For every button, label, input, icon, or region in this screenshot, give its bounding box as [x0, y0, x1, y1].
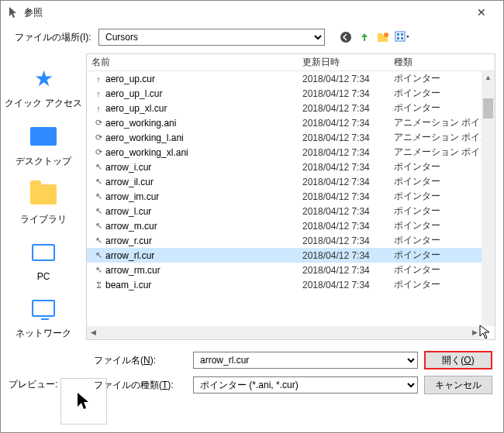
location-bar: ファイルの場所(I): Cursors: [1, 24, 503, 53]
file-icon: ↑: [91, 74, 105, 84]
svg-rect-4: [395, 32, 405, 41]
place-quick-access[interactable]: ★クイック アクセス: [5, 63, 81, 110]
file-icon: ↖: [91, 235, 105, 246]
file-list: 名前 更新日時 種類 ↑aero_up.cur2018/04/12 7:34ポイ…: [86, 53, 495, 340]
file-row[interactable]: ↑aero_up_l.cur2018/04/12 7:34ポインター: [87, 86, 495, 101]
file-row[interactable]: ⟳aero_working_xl.ani2018/04/12 7:34アニメーシ…: [87, 145, 495, 160]
file-name: arrow_r.cur: [105, 235, 302, 246]
file-type: ポインター: [394, 72, 495, 85]
file-date: 2018/04/12 7:34: [302, 235, 394, 246]
file-icon: ↖: [91, 221, 105, 231]
window-title: 参照: [24, 6, 466, 19]
file-date: 2018/04/12 7:34: [302, 88, 394, 99]
file-name: arrow_i.cur: [105, 162, 302, 173]
file-row[interactable]: ↖arrow_r.cur2018/04/12 7:34ポインター: [87, 233, 495, 248]
file-row[interactable]: Ɪbeam_i.cur2018/04/12 7:34ポインター: [87, 277, 495, 292]
col-name[interactable]: 名前: [91, 56, 302, 69]
file-name: aero_up.cur: [105, 74, 302, 84]
file-type: ポインター: [394, 263, 495, 277]
file-row[interactable]: ⟳aero_working_l.ani2018/04/12 7:34アニメーショ…: [87, 130, 495, 145]
file-icon: ↑: [91, 89, 105, 98]
file-type: ポインター: [394, 175, 495, 188]
filetype-select[interactable]: ポインター (*.ani, *.cur): [193, 376, 418, 393]
file-type: ポインター: [394, 190, 495, 203]
file-name: arrow_im.cur: [105, 191, 302, 202]
location-select[interactable]: Cursors: [98, 29, 325, 46]
place-desktop[interactable]: デスクトップ: [16, 121, 71, 168]
filename-input[interactable]: arrow_rl.cur: [193, 352, 418, 369]
col-date[interactable]: 更新日時: [302, 56, 394, 69]
file-name: arrow_l.cur: [105, 206, 302, 217]
cursor-app-icon: [7, 6, 19, 19]
file-row[interactable]: ↖arrow_im.cur2018/04/12 7:34ポインター: [87, 189, 495, 204]
file-icon: ↑: [91, 104, 105, 113]
file-row[interactable]: ↖arrow_m.cur2018/04/12 7:34ポインター: [87, 218, 495, 233]
preview-area: プレビュー:: [9, 378, 107, 424]
file-name: aero_up_xl.cur: [105, 103, 302, 114]
file-date: 2018/04/12 7:34: [302, 280, 394, 290]
filetype-label: ファイルの種類(T):: [94, 379, 187, 392]
file-name: aero_working_xl.ani: [105, 147, 302, 158]
file-row[interactable]: ↖arrow_i.cur2018/04/12 7:34ポインター: [87, 160, 495, 174]
file-date: 2018/04/12 7:34: [302, 103, 394, 114]
close-button[interactable]: ✕: [466, 6, 497, 19]
file-row[interactable]: ↑aero_up_xl.cur2018/04/12 7:34ポインター: [87, 101, 495, 115]
file-date: 2018/04/12 7:34: [302, 206, 394, 217]
file-row[interactable]: ↖arrow_rl.cur2018/04/12 7:34ポインター: [87, 248, 495, 263]
svg-rect-7: [397, 37, 399, 40]
file-type: アニメーション ポイン: [394, 146, 495, 159]
file-date: 2018/04/12 7:34: [302, 221, 394, 232]
preview-box: [60, 378, 107, 424]
svg-point-3: [384, 33, 388, 37]
file-type: ポインター: [394, 278, 495, 291]
svg-point-0: [340, 32, 351, 43]
file-icon: ↖: [91, 265, 105, 275]
filename-label: ファイル名(N):: [94, 354, 187, 367]
file-icon: ⟳: [91, 118, 105, 128]
svg-rect-6: [401, 33, 403, 36]
col-type[interactable]: 種類: [394, 56, 495, 69]
file-name: arrow_m.cur: [105, 221, 302, 232]
file-row[interactable]: ↖arrow_l.cur2018/04/12 7:34ポインター: [87, 204, 495, 218]
view-menu-icon[interactable]: [395, 30, 409, 44]
preview-label: プレビュー:: [9, 378, 57, 391]
file-type: ポインター: [394, 87, 495, 100]
up-icon[interactable]: [357, 30, 371, 44]
vertical-scrollbar[interactable]: ▲: [482, 71, 495, 326]
file-name: beam_i.cur: [105, 280, 302, 290]
file-type: ポインター: [394, 219, 495, 232]
file-icon: Ɪ: [91, 280, 105, 290]
file-icon: ↖: [91, 206, 105, 216]
new-folder-icon[interactable]: [376, 30, 390, 44]
cursor-preview-icon: [76, 392, 91, 411]
file-icon: ↖: [91, 250, 105, 260]
file-name: arrow_rm.cur: [105, 265, 302, 276]
file-date: 2018/04/12 7:34: [302, 162, 394, 173]
file-type: ポインター: [394, 249, 495, 262]
file-row[interactable]: ↑aero_up.cur2018/04/12 7:34ポインター: [87, 71, 495, 86]
back-icon[interactable]: [339, 30, 353, 44]
place-pc[interactable]: PC: [28, 237, 59, 282]
horizontal-scrollbar[interactable]: ◀▶: [87, 326, 482, 339]
file-row[interactable]: ↖arrow_rm.cur2018/04/12 7:34ポインター: [87, 263, 495, 277]
file-date: 2018/04/12 7:34: [302, 191, 394, 202]
file-icon: ↖: [91, 162, 105, 172]
file-type: ポインター: [394, 101, 495, 115]
svg-rect-5: [397, 33, 399, 36]
file-row[interactable]: ↖arrow_il.cur2018/04/12 7:34ポインター: [87, 174, 495, 189]
open-button[interactable]: 開く(O): [424, 351, 492, 369]
file-date: 2018/04/12 7:34: [302, 147, 394, 158]
svg-rect-8: [401, 37, 403, 40]
file-icon: ⟳: [91, 132, 105, 143]
file-date: 2018/04/12 7:34: [302, 250, 394, 261]
place-library[interactable]: ライブラリ: [20, 179, 67, 226]
file-row[interactable]: ⟳aero_working.ani2018/04/12 7:34アニメーション …: [87, 115, 495, 130]
file-name: arrow_il.cur: [105, 177, 302, 187]
cancel-button[interactable]: キャンセル: [424, 376, 492, 394]
file-type: ポインター: [394, 234, 495, 247]
file-date: 2018/04/12 7:34: [302, 265, 394, 276]
list-header[interactable]: 名前 更新日時 種類: [87, 54, 495, 71]
file-icon: ↖: [91, 191, 105, 201]
file-type: アニメーション ポイン: [394, 131, 495, 144]
place-network[interactable]: ネットワーク: [16, 293, 71, 340]
